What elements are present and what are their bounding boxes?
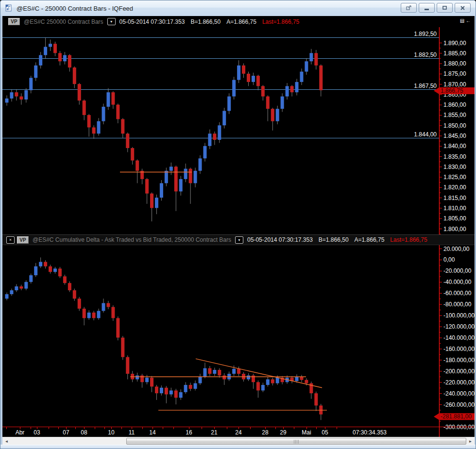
svg-text:1.820,00: 1.820,00 bbox=[443, 184, 466, 191]
svg-text:20.000,00: 20.000,00 bbox=[443, 246, 470, 252]
bid-label: B=1.866,50 bbox=[190, 18, 221, 25]
svg-text:07: 07 bbox=[63, 429, 69, 436]
close-study-button[interactable]: × bbox=[6, 236, 15, 244]
svg-text:21: 21 bbox=[211, 429, 218, 436]
svg-text:-180.000,00: -180.000,00 bbox=[443, 357, 475, 364]
ask-label-2: A=1.866,75 bbox=[355, 236, 385, 243]
svg-text:11: 11 bbox=[129, 429, 135, 436]
window-title: @ES#C - 250000 Contract Bars - IQFeed bbox=[17, 5, 133, 12]
svg-text:1.875,00: 1.875,00 bbox=[443, 70, 466, 77]
window-icon bbox=[5, 4, 13, 12]
chart-root: VP @ES#C 250000 Contract Bars ▼ 05-05-20… bbox=[2, 16, 475, 445]
svg-text:24: 24 bbox=[235, 429, 242, 436]
window-bottom-border bbox=[0, 445, 476, 449]
svg-text:-240.000,00: -240.000,00 bbox=[443, 390, 475, 397]
svg-text:1.844,00: 1.844,00 bbox=[414, 131, 437, 138]
time-axis[interactable]: Abr0307081011141621242829Mai0507:30:34.3… bbox=[2, 427, 475, 437]
horizontal-scrollbar[interactable]: ◄ ► bbox=[2, 437, 475, 445]
svg-text:-20.000,00: -20.000,00 bbox=[443, 267, 472, 274]
study-chart-panel[interactable]: 20.000,000,00-20.000,00-40.000,00-60.000… bbox=[2, 245, 475, 427]
symbol-dropdown-icon[interactable]: ▼ bbox=[107, 18, 116, 25]
scroll-left-arrow[interactable]: ◄ bbox=[2, 437, 11, 445]
svg-text:-80.000,00: -80.000,00 bbox=[443, 301, 472, 308]
title-bar[interactable]: @ES#C - 250000 Contract Bars - IQFeed bbox=[0, 0, 476, 16]
svg-text:1.800,00: 1.800,00 bbox=[443, 226, 466, 233]
tool-values-icon[interactable]: ▤ ← bbox=[460, 18, 471, 23]
svg-text:1.845,00: 1.845,00 bbox=[443, 133, 466, 139]
minimize-button[interactable] bbox=[419, 3, 435, 13]
svg-text:-260.000,00: -260.000,00 bbox=[443, 401, 475, 408]
study-title: @ES#C Cumulative Delta - Ask Traded vs B… bbox=[33, 236, 231, 243]
svg-text:1.835,00: 1.835,00 bbox=[443, 153, 466, 160]
scroll-right-arrow[interactable]: ► bbox=[466, 437, 475, 445]
svg-text:1.805,00: 1.805,00 bbox=[443, 215, 466, 222]
price-chart-panel[interactable]: 1.892,501.882,501.867,501.844,001.890,00… bbox=[2, 27, 475, 234]
svg-text:1.830,00: 1.830,00 bbox=[443, 164, 466, 170]
bid-label-2: B=1.866,50 bbox=[319, 236, 349, 243]
svg-text:-40.000,00: -40.000,00 bbox=[443, 279, 472, 285]
close-button[interactable] bbox=[455, 3, 471, 13]
scrollbar-thumb[interactable] bbox=[126, 438, 466, 445]
svg-text:1.810,00: 1.810,00 bbox=[443, 205, 466, 212]
vp-study-badge-2[interactable]: VP bbox=[17, 236, 29, 244]
svg-text:1.860,00: 1.860,00 bbox=[443, 101, 466, 108]
datetime-label-2: 05-05-2014 07:30:17.353 bbox=[247, 236, 313, 243]
svg-text:05: 05 bbox=[322, 429, 328, 436]
last-label-2: Last=1.866,75 bbox=[390, 236, 427, 243]
price-panel-toolbar: VP @ES#C 250000 Contract Bars ▼ 05-05-20… bbox=[2, 16, 475, 27]
svg-text:16: 16 bbox=[186, 429, 192, 436]
last-label: Last=1.866,75 bbox=[262, 18, 299, 25]
svg-text:-281.881,00: -281.881,00 bbox=[441, 413, 472, 420]
symbol-label: @ES#C 250000 Contract Bars bbox=[24, 18, 103, 25]
svg-text:07:30:34.353: 07:30:34.353 bbox=[353, 429, 387, 436]
svg-text:0,00: 0,00 bbox=[443, 256, 455, 263]
svg-text:1.867,50: 1.867,50 bbox=[414, 83, 437, 89]
svg-text:29: 29 bbox=[280, 429, 287, 436]
svg-text:-160.000,00: -160.000,00 bbox=[443, 346, 475, 352]
datetime-label: 05-05-2014 07:30:17.353 bbox=[119, 18, 185, 25]
svg-text:1.855,00: 1.855,00 bbox=[443, 112, 466, 118]
svg-text:1.892,50: 1.892,50 bbox=[414, 31, 437, 37]
svg-text:-60.000,00: -60.000,00 bbox=[443, 290, 472, 297]
svg-text:Abr: Abr bbox=[16, 429, 25, 436]
svg-text:1.882,50: 1.882,50 bbox=[414, 51, 437, 58]
svg-text:10: 10 bbox=[108, 429, 115, 436]
study-panel-header: × VP @ES#C Cumulative Delta - Ask Traded… bbox=[2, 234, 475, 245]
svg-text:1.850,00: 1.850,00 bbox=[443, 122, 466, 129]
study-dropdown-icon[interactable]: ▼ bbox=[235, 236, 243, 244]
svg-text:1.880,00: 1.880,00 bbox=[443, 60, 466, 67]
svg-text:-140.000,00: -140.000,00 bbox=[443, 334, 475, 341]
svg-text:08: 08 bbox=[81, 429, 87, 436]
svg-text:1.866,75: 1.866,75 bbox=[441, 87, 463, 94]
vp-study-badge[interactable]: VP bbox=[8, 18, 20, 25]
svg-text:-200.000,00: -200.000,00 bbox=[443, 368, 475, 375]
svg-text:28: 28 bbox=[262, 429, 269, 436]
popout-button[interactable] bbox=[401, 3, 417, 13]
svg-text:03: 03 bbox=[34, 429, 40, 436]
svg-text:-120.000,00: -120.000,00 bbox=[443, 323, 475, 330]
svg-text:1.825,00: 1.825,00 bbox=[443, 174, 466, 181]
restore-button[interactable] bbox=[437, 3, 453, 13]
svg-text:1.815,00: 1.815,00 bbox=[443, 195, 466, 201]
svg-text:-100.000,00: -100.000,00 bbox=[443, 312, 475, 319]
svg-text:-220.000,00: -220.000,00 bbox=[443, 379, 475, 386]
ask-label: A=1.866,75 bbox=[226, 18, 256, 25]
svg-text:1.870,00: 1.870,00 bbox=[443, 81, 466, 88]
svg-text:1.885,00: 1.885,00 bbox=[443, 50, 466, 57]
scrollbar-grip bbox=[294, 440, 299, 444]
svg-text:14: 14 bbox=[149, 429, 156, 436]
svg-text:Mai: Mai bbox=[302, 429, 311, 436]
svg-text:1.840,00: 1.840,00 bbox=[443, 143, 466, 150]
chart-window: @ES#C - 250000 Contract Bars - IQFeed VP… bbox=[0, 0, 476, 449]
svg-text:1.890,00: 1.890,00 bbox=[443, 40, 466, 47]
